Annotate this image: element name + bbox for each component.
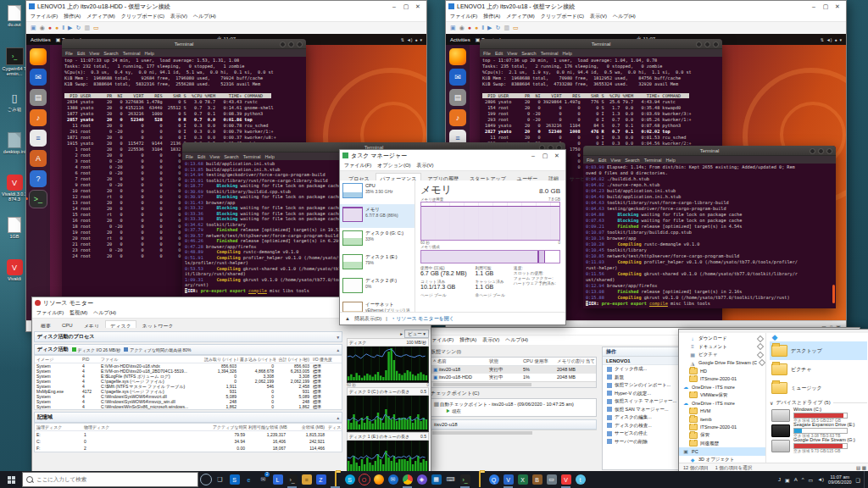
vm-menu-item[interactable]: ヘルプ(H) [613,13,636,20]
tree-item-HVM[interactable]: HVM [679,408,765,416]
dock-icon-firefox[interactable] [30,48,47,65]
vm-row-itsv20-u18[interactable]: ▣ itsv20-u18実行中5%2048 MB [431,366,596,374]
desktop-icon-cygwin-terminal[interactable]: ›_Cygwin64 Termin... [2,47,27,76]
terminal-menu-terminal[interactable]: Terminal [644,158,662,163]
action-center-icon[interactable]: ❑ [856,477,860,483]
vm-menu-item[interactable]: 表示(V) [590,13,607,20]
taskbar-icon-cortana[interactable] [198,471,213,488]
terminal-menu-terminal[interactable]: Terminal [541,51,559,56]
drive-tile-Google Drive File Stream (G:)[interactable]: Google Drive File Stream (G:)空き領域 9.73 G… [770,438,867,453]
taskbar-icon-calendar-app[interactable]: ▦ [429,471,443,488]
taskbar-icon-edge[interactable]: e [242,471,256,488]
tree-item-VMWare保管[interactable]: VMWare保管 [679,391,765,400]
taskbar-icon-skype[interactable]: S [342,471,357,488]
hyperv-menu-item[interactable]: 操作(A) [459,336,476,344]
terminal-titlebar[interactable]: Terminal [62,39,306,49]
col-0[interactable]: 論理ディスク [35,424,82,430]
vm-toolbar-icon-5[interactable]: ▶ [487,24,492,32]
caret-icon[interactable]: ▾ [420,37,422,42]
simple-view-button[interactable]: 簡易表示(D) [354,315,381,323]
terminal-window-button[interactable] [704,42,710,47]
vm-toolbar-icon-7[interactable]: ▥ [504,24,509,32]
desktop-icon-desktop-ini[interactable]: desktop.ini [2,132,27,154]
dock-icon-ubuntu-software[interactable]: A [30,150,47,167]
disk-activity-row[interactable]: System4C:\Windows\WinSxS\x86_microsoft.w… [35,404,342,409]
col-4[interactable]: 全領域 (MB) [287,424,326,430]
power-icon[interactable]: ● [415,37,417,42]
taskbar-icon-purple-app[interactable]: ◈ [415,471,429,488]
tray-hidden-icons[interactable]: ^ [802,477,804,482]
terminal-menu-search[interactable]: Search [103,51,118,56]
tray-display-icon[interactable]: ▭ [808,477,813,483]
minimize-button[interactable]: – [808,2,820,11]
desktop-icon-vivaldi-installer[interactable]: VVivaldi.3.0.1874.3 [2,175,27,202]
col-1[interactable]: PID [81,356,99,363]
col-5[interactable]: 合計 (バイト/秒) [275,356,311,363]
dock-icon-help[interactable]: ? [30,170,47,187]
taskbar-icon-terminal-app[interactable]: ›_ [458,471,472,488]
terminal-window-button[interactable] [297,42,303,47]
vm-menu-item[interactable]: クリップボード(C) [121,13,164,20]
terminal-window-button[interactable] [826,148,832,154]
terminal-menu-file[interactable]: File [65,51,73,56]
storage-section-header[interactable]: 記憶域▴ [34,412,342,423]
tray-ime-input-mode[interactable]: J [778,477,781,482]
taskbar-icon-remote-desktop[interactable]: ▭ [544,471,559,488]
tree-item-OneDrive - ITS more[interactable]: ☁OneDrive - ITS more [679,399,765,408]
vm-menu-item[interactable]: 操作(A) [483,13,500,20]
dock-icon-thunderbird[interactable]: ✉ [30,69,47,86]
taskbar-icon-line-app[interactable]: L [270,471,285,488]
caret-icon[interactable]: ▾ [839,37,842,42]
terminal-window-button[interactable] [280,42,286,47]
col-7[interactable]: 応答時間 (ミリ秒) [340,356,342,363]
terminal-menu-file[interactable]: File [483,51,491,56]
close-button[interactable]: ✕ [551,151,563,160]
terminal-menu-edit[interactable]: Edit [598,158,606,163]
terminal-window-button[interactable] [696,42,702,47]
checkpoint-current[interactable]: ▶ 現在 [434,408,593,414]
maximize-button[interactable]: ▢ [820,2,832,11]
terminal-menu-file[interactable]: File [186,154,193,159]
tree-item-保管[interactable]: 保管 [679,431,765,440]
tree-item-OneDrive - ITS more[interactable]: ☁OneDrive - ITS more [679,383,765,391]
terminal-titlebar[interactable]: Terminal [583,146,836,156]
taskbar-icon-keyboard-app[interactable]: ⌨ [443,471,458,488]
terminal-menu-view[interactable]: View [610,158,620,163]
vm-toolbar-icon-0[interactable]: ▣ [450,24,456,32]
taskbar-icon-thunderbird[interactable]: ✉ [386,471,400,488]
vm-row-itsv20-u18-HDD[interactable]: ▣ itsv20-u18-HDD実行中1%2048 MB [431,374,596,381]
taskbar-icon-briefcase-app[interactable]: B [530,471,544,488]
vm-toolbar-icon-1[interactable]: ◉ [40,24,45,32]
taskbar-clock[interactable]: 11:07 am09/06/2020 [828,474,852,485]
terminal-titlebar[interactable]: Terminal [480,39,722,49]
vm-toolbar-icon-6[interactable]: ↻ [496,24,501,32]
hyperv-menu-item[interactable]: ヘルプ(H) [505,336,528,344]
terminal-menu-edit[interactable]: Edit [198,154,205,159]
vm-toolbar-icon-4[interactable]: ‖ [62,24,64,32]
col-5[interactable]: ディスク キューの長さ [326,424,342,430]
col-4[interactable]: 書き込み (バイト/秒) [238,356,275,363]
sidebar-item-memory[interactable]: メモリ6.7/7.8 GB (86%) [340,204,415,228]
tree-item-回復履歴[interactable]: 回復履歴 [679,440,765,448]
desktop-icon-file-1gb[interactable]: 1GB [2,217,27,239]
vm-toolbar-icon-1[interactable]: ◉ [459,24,465,32]
col-3[interactable]: 読み取り (バイト/秒) [203,356,238,363]
power-icon[interactable]: ● [834,37,837,42]
network-icon[interactable]: ⇅ [821,37,824,42]
storage-row[interactable]: F:20.0018,067114,4660.00 [35,445,342,452]
sidebar-item-disk0[interactable]: ディスク 0 (G: C:)33% [340,228,415,252]
activities-button[interactable]: Activities [450,37,470,42]
dock-icon-thunderbird[interactable]: ✉ [449,69,466,86]
terminal-menu-view[interactable]: View [507,51,517,56]
vm-toolbar-icon-6[interactable]: ↻ [76,24,81,32]
vm-toolbar-icon-4[interactable]: ‖ [481,24,484,32]
col-3[interactable]: 利用可能な領域 (MB) [247,424,287,430]
vm-toolbar-icon-3[interactable]: ● [475,24,478,32]
vm-col-0[interactable]: ˄ 名前 [431,358,487,365]
terminal-menu-help[interactable]: Help [264,154,274,159]
taskmgr-menu-item[interactable]: ファイル(F) [344,162,371,169]
sidebar-item-cpu[interactable]: CPU35% 3.90 GHz [340,180,415,204]
resmon-menu-item[interactable]: ファイル(F) [36,309,64,317]
disk-activity-section-header[interactable]: ディスク活動ディスク I/O 26 MB/秒アクティブな時間の最高値 80%▴ [34,344,342,355]
taskbar-icon-orange-folder-app[interactable] [472,471,487,488]
